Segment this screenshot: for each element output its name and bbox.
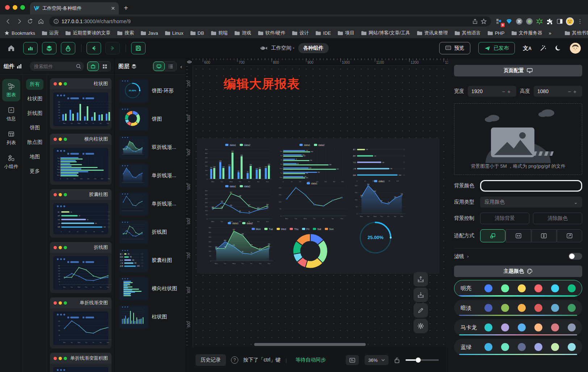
- url-text[interactable]: 127.0.0.1:3000/#/chart/home/9: [62, 18, 131, 24]
- fit-width-button[interactable]: [506, 229, 531, 242]
- browser-tab[interactable]: 工作空间-各种组件 ✕: [30, 2, 119, 14]
- url-bar[interactable]: 127.0.0.1:3000/#/chart/home/9: [49, 16, 491, 26]
- bookmark-folder-7[interactable]: 游戏: [234, 30, 251, 36]
- bookmark-folder-1[interactable]: 近期需要读的文章: [65, 30, 110, 36]
- component-card[interactable]: 折线图050100150200250300350MonTueWedThuFriS…: [50, 242, 112, 293]
- bookmark-folder-6[interactable]: 前端: [211, 30, 228, 36]
- undo-button[interactable]: [87, 42, 101, 54]
- extension-grid-icon[interactable]: 9: [495, 17, 503, 26]
- layer-item[interactable]: 折线图: [118, 218, 183, 246]
- forward-icon[interactable]: [14, 17, 24, 26]
- new-tab-button[interactable]: +: [124, 4, 128, 12]
- stepper-minus-plus[interactable]: −+: [568, 88, 579, 95]
- component-card[interactable]: 单折线渐变面积图050100150200MonTueWedThuFriSatSu…: [50, 353, 112, 372]
- details-panel-icon[interactable]: [346, 355, 359, 365]
- bookmark-other-bookmarks[interactable]: 其他书签: [564, 30, 588, 36]
- theme-color-dot[interactable]: [484, 284, 492, 292]
- component-search[interactable]: [30, 62, 84, 71]
- extension-command-icon[interactable]: ⌘: [515, 17, 524, 26]
- theme-color-dot[interactable]: [501, 284, 509, 292]
- clear-color-button[interactable]: 清除颜色: [533, 213, 582, 224]
- fit-stretch-button[interactable]: [557, 229, 582, 242]
- theme-color-dot[interactable]: [518, 323, 526, 331]
- theme-color-dot[interactable]: [484, 304, 492, 312]
- category-item-3[interactable]: 饼图: [26, 122, 43, 133]
- layers-mode-button[interactable]: [42, 42, 56, 54]
- zoom-slider-knob[interactable]: [416, 358, 421, 363]
- close-tab-icon[interactable]: ✕: [111, 5, 115, 11]
- canvas-chart-capsule[interactable]: 厦门20南阳40北京60上海80新疆100020406080100: [350, 145, 408, 182]
- theme-color-dot[interactable]: [534, 284, 542, 292]
- category-item-6[interactable]: 更多: [26, 166, 43, 177]
- filter-toggle[interactable]: [568, 253, 582, 260]
- minimize-window-button[interactable]: [13, 5, 17, 10]
- app-type-select[interactable]: 应用颜色⌄: [480, 197, 582, 208]
- component-card[interactable]: 横向柱状图050100150200250300350SunSatFriThuWe…: [50, 134, 112, 185]
- canvas-chart-pie[interactable]: MonTueWedThuFriSatSun: [222, 226, 364, 272]
- preview-button[interactable]: 预览: [439, 42, 470, 54]
- bookmark-folder-16[interactable]: 文件服务器: [511, 30, 542, 36]
- theme-color-dot[interactable]: [501, 323, 509, 331]
- bookmark-folder-3[interactable]: Java: [140, 30, 158, 36]
- theme-color-dot[interactable]: [551, 284, 559, 292]
- theme-row-3[interactable]: 蓝绿: [454, 339, 582, 355]
- reload-icon[interactable]: [25, 17, 35, 26]
- browser-menu-icon[interactable]: ⋮: [576, 17, 584, 26]
- app-home-icon[interactable]: [7, 44, 15, 52]
- layer-item[interactable]: 饼图: [118, 105, 183, 133]
- help-icon[interactable]: ?: [231, 356, 238, 364]
- project-name[interactable]: 各种组件: [298, 43, 328, 53]
- theme-color-dot[interactable]: [501, 343, 509, 351]
- dark-mode-moon-icon[interactable]: [555, 45, 562, 52]
- theme-color-dot[interactable]: [551, 304, 559, 312]
- site-info-icon[interactable]: [54, 19, 59, 24]
- maximize-window-button[interactable]: [20, 5, 25, 10]
- stepper-minus-plus[interactable]: −+: [502, 88, 513, 95]
- category-item-5[interactable]: 地图: [26, 151, 43, 162]
- history-button[interactable]: 历史记录: [196, 354, 226, 366]
- extension-gem-icon[interactable]: [505, 17, 513, 26]
- theme-color-dot[interactable]: [518, 284, 526, 292]
- theme-color-dot[interactable]: [568, 304, 576, 312]
- chevron-right-icon[interactable]: ›: [467, 254, 469, 259]
- settings-gear-icon[interactable]: [413, 319, 428, 333]
- bookmark-folder-0[interactable]: 运营: [42, 30, 59, 36]
- canvas-chart-hbar-dual[interactable]: data1data2050100150200250300350Sun130160…: [277, 142, 347, 183]
- layer-thumbnail-view-toggle[interactable]: [153, 62, 165, 71]
- layer-item[interactable]: 单折线渐...: [118, 162, 183, 190]
- theme-drop-button[interactable]: [61, 42, 75, 54]
- canvas-text-title[interactable]: 编辑大屏报表: [224, 76, 300, 92]
- sidebar-item-2[interactable]: 列表: [2, 127, 20, 149]
- theme-color-dot[interactable]: [518, 304, 526, 312]
- bookmark-folder-9[interactable]: 设计: [292, 30, 309, 36]
- category-item-0[interactable]: 所有: [26, 79, 43, 90]
- theme-color-dot[interactable]: [534, 343, 542, 351]
- theme-row-1[interactable]: 暗淡: [454, 300, 582, 316]
- theme-row-2[interactable]: 马卡龙: [454, 319, 582, 336]
- theme-color-dot[interactable]: [484, 343, 492, 351]
- profile-avatar[interactable]: [566, 17, 574, 26]
- theme-color-dot[interactable]: [568, 343, 576, 351]
- fit-height-button[interactable]: [532, 229, 557, 242]
- component-card[interactable]: 柱状图050100150200250300350MonTueWedThuFriS…: [50, 78, 112, 129]
- collapse-panel-icon[interactable]: ‹: [180, 63, 182, 70]
- zoom-select[interactable]: 36%: [365, 355, 388, 365]
- grid-view-toggle[interactable]: [99, 62, 110, 71]
- layer-list-view-toggle[interactable]: [165, 62, 176, 71]
- chart-board[interactable]: data1data2050100150200250300350MonTueWed…: [197, 138, 440, 274]
- theme-row-0[interactable]: 明亮: [454, 280, 582, 297]
- component-card[interactable]: 单折线渐变图050100150200MonTueWedThuFriSatSun: [50, 297, 112, 348]
- theme-color-dot[interactable]: [534, 304, 542, 312]
- layer-item[interactable]: 25.00%饼图-环形: [118, 77, 183, 105]
- theme-color-dot[interactable]: [534, 323, 542, 331]
- height-stepper[interactable]: 1080−+: [534, 86, 582, 97]
- sidebar-item-0[interactable]: 图表: [2, 79, 20, 101]
- magic-wand-icon[interactable]: [539, 45, 547, 52]
- canvas-chart-line-dual[interactable]: data1data2050100150200250300350MonTueWed…: [202, 184, 274, 223]
- back-icon[interactable]: [4, 17, 13, 26]
- edit-button[interactable]: [413, 303, 428, 318]
- publish-button[interactable]: 已发布: [478, 42, 515, 54]
- theme-color-dot[interactable]: [568, 284, 576, 292]
- extensions-puzzle-icon[interactable]: [545, 17, 554, 26]
- lock-icon[interactable]: [394, 357, 400, 363]
